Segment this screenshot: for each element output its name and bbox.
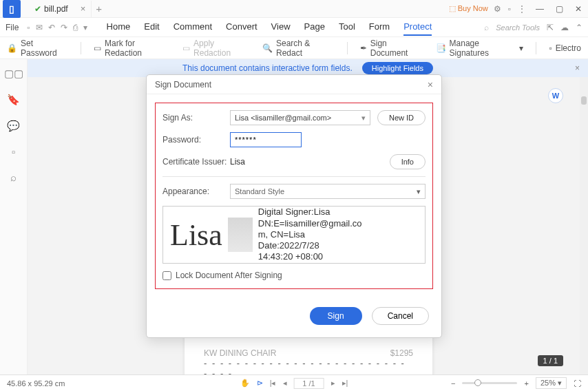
document-tab[interactable]: ✔ bill.pdf × <box>25 1 92 17</box>
file-menu[interactable]: File <box>6 23 19 32</box>
search-tools-input[interactable]: Search Tools <box>496 23 540 32</box>
close-notice-icon[interactable]: × <box>575 63 580 73</box>
undo-icon[interactable]: ↶ <box>48 23 55 32</box>
check-icon: ✔ <box>34 4 41 14</box>
tab-convert[interactable]: Convert <box>226 19 258 36</box>
cert-issuer-label: Certificate Issuer: <box>162 157 230 167</box>
tab-page[interactable]: Page <box>304 19 325 36</box>
cert-issuer-value: Lisa <box>230 157 390 167</box>
search-redact-button[interactable]: 🔍Search & Redact <box>262 39 335 58</box>
hand-tool-icon[interactable]: ✋ <box>240 379 250 388</box>
menu-chevron-icon[interactable]: ⌃ <box>576 23 582 32</box>
manage-signatures-label: Manage Signatures <box>450 39 516 58</box>
zoom-in-icon[interactable]: + <box>524 379 528 388</box>
print-icon[interactable]: ⎙ <box>73 23 78 32</box>
zoom-out-icon[interactable]: − <box>451 379 455 388</box>
signature-stamp-icon <box>228 218 253 252</box>
sign-document-dialog: Sign Document × Sign As: Lisa <lisamille… <box>146 74 442 338</box>
sign-button[interactable]: Sign <box>310 307 362 325</box>
dialog-titlebar: Sign Document × <box>147 75 441 94</box>
mail-icon[interactable]: ✉ <box>36 23 43 32</box>
select-tool-icon[interactable]: ⊳ <box>257 379 263 388</box>
buy-now-link[interactable]: ⬚ Buy Now <box>449 4 488 13</box>
dialog-form-frame: Sign As: Lisa <lisamiller@gmail.com> ▾ N… <box>155 103 433 289</box>
apply-redaction-icon: ▭ <box>182 43 190 53</box>
sig-detail-line: Digital Signer:Lisa <box>258 207 362 218</box>
app-logo-icon: ▯ <box>3 0 21 18</box>
page-number-input[interactable]: 1 /1 <box>294 378 324 389</box>
manage-signatures-button[interactable]: 📑Manage Signatures▾ <box>436 39 524 58</box>
thumbnails-icon[interactable]: ▢▢ <box>4 67 23 80</box>
attachments-icon[interactable]: ▫ <box>12 146 15 158</box>
sign-document-label: Sign Document <box>370 39 423 58</box>
doc-line-item: KW DINING CHAIR $1295 <box>204 348 413 358</box>
tab-tool[interactable]: Tool <box>339 19 355 36</box>
appearance-value: Standard Style <box>235 187 284 196</box>
prev-page-icon[interactable]: ◂ <box>283 379 287 388</box>
chevron-down-icon: ▾ <box>417 187 421 196</box>
bookmark-icon[interactable]: 🔖 <box>7 94 20 106</box>
search-panel-icon[interactable]: ⌕ <box>10 171 17 183</box>
qat-chevron-icon[interactable]: ▾ <box>83 23 87 32</box>
info-button[interactable]: Info <box>390 154 426 169</box>
sign-as-select[interactable]: Lisa <lisamiller@gmail.com> ▾ <box>230 110 370 125</box>
tab-comment[interactable]: Comment <box>174 19 212 36</box>
appearance-label: Appearance: <box>162 187 230 196</box>
lock-document-checkbox[interactable] <box>162 271 171 280</box>
password-input[interactable] <box>230 132 302 147</box>
sign-as-label: Sign As: <box>162 113 230 123</box>
mark-redaction-button[interactable]: ▭Mark for Redaction <box>94 39 170 58</box>
set-password-button[interactable]: 🔒Set Password <box>7 39 68 58</box>
signature-name-display: Lisa <box>170 218 222 253</box>
electronic-icon: ▫ <box>549 43 552 53</box>
gift-icon[interactable]: ⚙ <box>494 4 501 14</box>
cloud-icon[interactable]: ☁ <box>560 23 569 32</box>
scrollbar-thumb[interactable] <box>581 96 587 105</box>
first-page-icon[interactable]: |◂ <box>270 379 276 388</box>
tab-protect[interactable]: Protect <box>403 19 432 36</box>
menubar: File ▫ ✉ ↶ ↷ ⎙ ▾ Home Edit Comment Conve… <box>0 18 588 37</box>
appearance-select[interactable]: Standard Style ▾ <box>230 184 426 199</box>
minimize-button[interactable]: — <box>530 0 549 18</box>
sig-detail-line: DN:E=lisamiller@gmail.co <box>258 218 362 229</box>
redo-icon[interactable]: ↷ <box>61 23 67 32</box>
zoom-level-select[interactable]: 25% ▾ <box>536 377 567 389</box>
maximize-button[interactable]: ▢ <box>549 0 569 18</box>
next-page-icon[interactable]: ▸ <box>331 379 335 388</box>
word-export-badge[interactable]: W <box>548 88 563 103</box>
comments-icon[interactable]: 💬 <box>7 120 20 132</box>
electronic-button[interactable]: ▫Electro <box>549 43 581 53</box>
left-sidebar: ▢▢ 🔖 💬 ▫ ⌕ <box>0 59 28 374</box>
apply-redaction-button: ▭Apply Redaction <box>182 39 250 58</box>
zoom-slider-thumb[interactable] <box>474 379 481 386</box>
close-tab-icon[interactable]: × <box>81 3 86 14</box>
cancel-button[interactable]: Cancel <box>372 307 429 325</box>
window-controls: — ▢ ✕ <box>530 0 588 18</box>
share-icon[interactable]: ⇱ <box>547 23 554 32</box>
highlight-fields-button[interactable]: Highlight Fields <box>362 62 433 74</box>
vertical-scrollbar[interactable] <box>580 77 588 374</box>
page-dimensions: 45.86 x 95.29 cm <box>7 379 65 388</box>
tab-home[interactable]: Home <box>107 19 131 36</box>
search-redact-label: Search & Redact <box>276 39 335 58</box>
search-icon: ⌕ <box>484 23 489 32</box>
new-tab-button[interactable]: + <box>96 3 102 14</box>
kebab-menu-icon[interactable]: ⋮ <box>518 4 526 14</box>
sign-document-button[interactable]: ✒Sign Document <box>360 39 423 58</box>
zoom-slider[interactable] <box>462 382 517 384</box>
tab-form[interactable]: Form <box>369 19 390 36</box>
save-icon[interactable]: ▫ <box>27 23 30 32</box>
protect-toolbar: 🔒Set Password ▭Mark for Redaction ▭Apply… <box>0 37 588 59</box>
notice-text: This document contains interactive form … <box>182 63 353 73</box>
fullscreen-icon[interactable]: ⛶ <box>574 379 581 388</box>
close-window-button[interactable]: ✕ <box>569 0 588 18</box>
tab-edit[interactable]: Edit <box>144 19 159 36</box>
sig-detail-line: 14:43:20 +08:00 <box>258 251 362 262</box>
sign-icon: ✒ <box>360 43 367 53</box>
tab-view[interactable]: View <box>271 19 291 36</box>
last-page-icon[interactable]: ▸| <box>342 379 348 388</box>
close-dialog-icon[interactable]: × <box>428 79 433 90</box>
notification-icon[interactable]: ▫ <box>508 4 511 14</box>
apply-redaction-label: Apply Redaction <box>193 39 250 58</box>
new-id-button[interactable]: New ID <box>377 110 426 125</box>
